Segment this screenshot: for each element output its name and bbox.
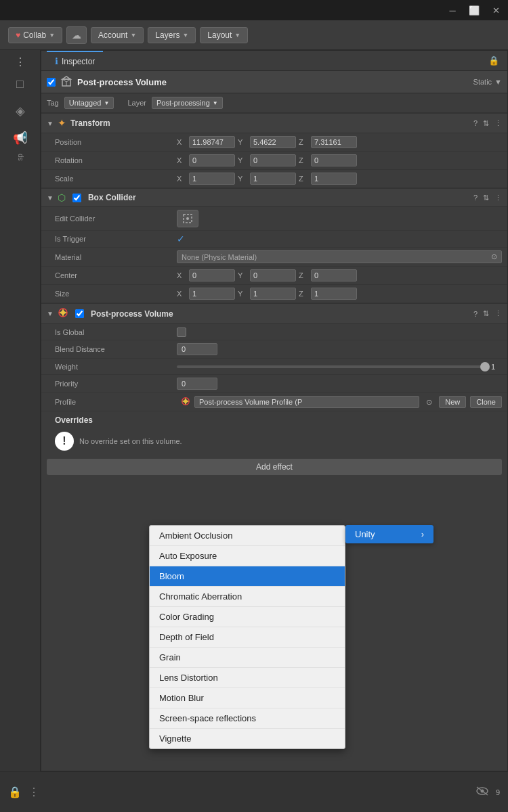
ppv-section-header[interactable]: ▼ Post-process Volume ? ⇅ ⋮ — [41, 303, 507, 324]
tag-label: Tag — [47, 99, 59, 107]
profile-clone-button[interactable]: Clone — [470, 396, 502, 408]
position-y-input[interactable] — [250, 136, 296, 148]
dropdown-item-color-grading[interactable]: Color Grading — [150, 607, 345, 627]
center-y-group: Y — [238, 269, 296, 281]
unity-submenu-button[interactable]: Unity › — [345, 525, 433, 543]
transform-settings-icon[interactable]: ⇅ — [483, 119, 489, 128]
box-collider-section-header[interactable]: ▼ ⬡ Box Collider ? ⇅ ⋮ — [41, 188, 507, 207]
transform-help-icon[interactable]: ? — [473, 119, 478, 127]
close-button[interactable]: ✕ — [489, 5, 503, 16]
priority-input[interactable] — [177, 378, 217, 390]
collab-heart-icon: ♥ — [16, 30, 20, 40]
material-target-icon[interactable]: ⊙ — [491, 252, 497, 261]
lock-icon[interactable]: 🔒 — [488, 55, 502, 66]
cloud-button[interactable]: ☁ — [66, 26, 87, 44]
object-enable-checkbox[interactable] — [47, 78, 56, 87]
ppv-enable-checkbox[interactable] — [75, 309, 84, 318]
dropdown-item-screen-space-reflections[interactable]: Screen-space reflections — [150, 708, 345, 729]
ppv-more-icon[interactable]: ⋮ — [494, 309, 502, 318]
dropdown-item-vignette[interactable]: Vignette — [150, 729, 345, 748]
rotation-x-input[interactable] — [189, 154, 235, 166]
maximize-button[interactable]: ⬜ — [467, 5, 481, 16]
box-collider-title: Box Collider — [88, 193, 469, 202]
size-x-input[interactable] — [189, 288, 235, 300]
layers-button[interactable]: Layers ▼ — [148, 27, 196, 43]
position-z-input[interactable] — [311, 136, 357, 148]
dropdown-item-motion-blur[interactable]: Motion Blur — [150, 688, 345, 708]
priority-label: Priority — [55, 380, 177, 388]
sidebar-menu-icon[interactable]: ⋮ — [15, 55, 26, 68]
position-label: Position — [55, 138, 177, 146]
box-collider-more-icon[interactable]: ⋮ — [494, 194, 502, 202]
scale-y-input[interactable] — [250, 173, 296, 185]
sidebar-cube-icon[interactable]: □ — [9, 72, 32, 95]
collab-button[interactable]: ♥ Collab ▼ — [8, 27, 62, 43]
center-z-group: Z — [299, 269, 357, 281]
unity-submenu-label: Unity — [355, 529, 375, 539]
is-trigger-row: Is Trigger ✓ — [41, 231, 507, 248]
blend-distance-input[interactable] — [177, 343, 217, 355]
dropdown-item-depth-of-field[interactable]: Depth of Field — [150, 627, 345, 648]
transform-section-header[interactable]: ▼ ✦ Transform ? ⇅ ⋮ — [41, 113, 507, 133]
sidebar-speaker-icon[interactable]: 📢 — [9, 127, 32, 150]
minimize-button[interactable]: ─ — [446, 5, 459, 16]
weight-slider-track[interactable] — [177, 365, 487, 368]
rotation-y-input[interactable] — [250, 154, 296, 166]
box-collider-enable-checkbox[interactable] — [72, 194, 81, 202]
scale-z-input[interactable] — [311, 173, 357, 185]
size-y-input[interactable] — [250, 288, 296, 300]
material-value[interactable]: None (Physic Material) ⊙ — [177, 250, 502, 263]
menu-bottom-icon[interactable]: ⋮ — [28, 786, 39, 798]
scale-y-group: Y — [238, 173, 296, 185]
profile-name-field[interactable]: Post-process Volume Profile (P — [194, 396, 419, 408]
eye-slash-icon[interactable] — [475, 786, 489, 799]
dropdown-item-lens-distortion[interactable]: Lens Distortion — [150, 668, 345, 688]
layer-dropdown[interactable]: Post-processing ▼ — [152, 97, 223, 109]
ppv-settings-icon[interactable]: ⇅ — [483, 309, 489, 318]
scale-x-input[interactable] — [189, 173, 235, 185]
dropdown-item-auto-exposure[interactable]: Auto Exposure — [150, 546, 345, 566]
scale-value: X Y Z — [177, 173, 502, 185]
account-button[interactable]: Account ▼ — [91, 27, 144, 43]
blend-distance-label: Blend Distance — [55, 345, 177, 353]
scale-row: Scale X Y Z — [41, 170, 507, 188]
add-effect-button[interactable]: Add effect — [47, 459, 502, 475]
edit-collider-label: Edit Collider — [55, 215, 177, 223]
weight-row: Weight 1 — [41, 359, 507, 375]
is-global-checkbox[interactable] — [177, 328, 186, 337]
edit-collider-button[interactable] — [177, 210, 198, 227]
transform-more-icon[interactable]: ⋮ — [494, 119, 502, 128]
position-x-input[interactable] — [189, 136, 235, 148]
sidebar-diamond-icon[interactable]: ◈ — [9, 99, 32, 122]
inspector-tab[interactable]: ℹ Inspector — [47, 51, 103, 70]
ppv-controls: ? ⇅ ⋮ — [473, 309, 502, 318]
center-z-input[interactable] — [311, 269, 357, 281]
box-collider-help-icon[interactable]: ? — [473, 194, 478, 202]
rotation-x-group: X — [177, 154, 235, 166]
lock-bottom-icon[interactable]: 🔒 — [8, 786, 22, 798]
dropdown-item-ambient-occlusion[interactable]: Ambient Occlusion — [150, 526, 345, 546]
center-row: Center X Y Z — [41, 267, 507, 285]
is-trigger-check[interactable]: ✓ — [177, 233, 185, 244]
center-x-input[interactable] — [189, 269, 235, 281]
tag-arrow-icon: ▼ — [104, 100, 109, 106]
rotation-row: Rotation X Y Z — [41, 152, 507, 170]
dropdown-item-bloom[interactable]: Bloom — [150, 566, 345, 587]
layout-button[interactable]: Layout ▼ — [200, 27, 248, 43]
tag-dropdown[interactable]: Untagged ▼ — [64, 97, 114, 109]
layer-arrow-icon: ▼ — [213, 100, 218, 106]
weight-slider-handle[interactable] — [480, 362, 490, 371]
center-y-input[interactable] — [250, 269, 296, 281]
rotation-z-input[interactable] — [311, 154, 357, 166]
dropdown-item-chromatic-aberration[interactable]: Chromatic Aberration — [150, 587, 345, 607]
box-collider-settings-icon[interactable]: ⇅ — [483, 194, 489, 202]
size-z-input[interactable] — [311, 288, 357, 300]
profile-new-button[interactable]: New — [439, 396, 466, 408]
weight-value: 1 — [491, 363, 502, 371]
ppv-help-icon[interactable]: ? — [473, 310, 478, 318]
profile-target-icon[interactable]: ⊙ — [423, 398, 435, 407]
transform-collapse-icon: ▼ — [47, 120, 54, 127]
box-collider-collapse-icon: ▼ — [47, 194, 54, 202]
static-dropdown-icon[interactable]: ▼ — [494, 78, 502, 86]
dropdown-item-grain[interactable]: Grain — [150, 648, 345, 668]
